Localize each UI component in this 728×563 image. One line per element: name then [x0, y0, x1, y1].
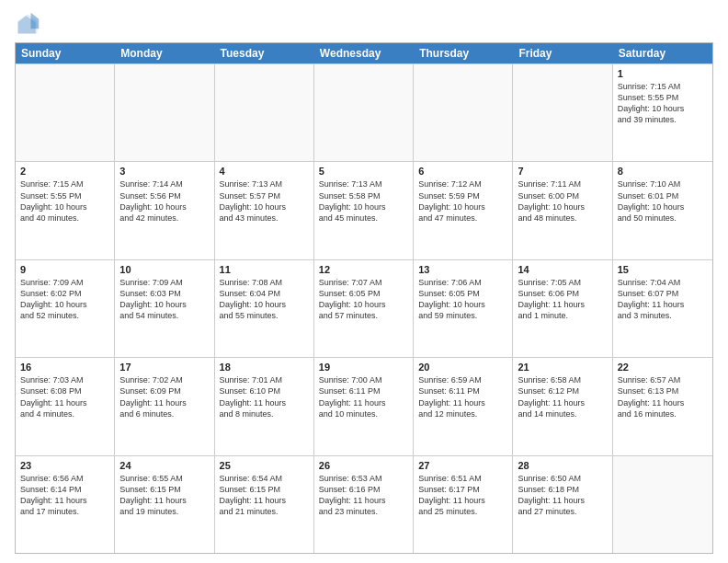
day-info: Sunrise: 7:06 AM Sunset: 6:05 PM Dayligh… [418, 277, 507, 322]
calendar-cell: 13Sunrise: 7:06 AM Sunset: 6:05 PM Dayli… [414, 260, 513, 357]
day-info: Sunrise: 7:15 AM Sunset: 5:55 PM Dayligh… [20, 178, 109, 224]
calendar-cell: 23Sunrise: 6:56 AM Sunset: 6:14 PM Dayli… [16, 456, 115, 553]
day-number: 7 [518, 166, 607, 177]
day-number: 2 [20, 166, 109, 177]
day-info: Sunrise: 6:58 AM Sunset: 6:12 PM Dayligh… [518, 374, 607, 419]
day-number: 1 [618, 68, 708, 79]
calendar-row-4: 16Sunrise: 7:03 AM Sunset: 6:08 PM Dayli… [16, 357, 712, 454]
day-info: Sunrise: 6:50 AM Sunset: 6:18 PM Dayligh… [518, 473, 607, 518]
calendar-cell: 27Sunrise: 6:51 AM Sunset: 6:17 PM Dayli… [414, 456, 513, 553]
calendar-cell: 10Sunrise: 7:09 AM Sunset: 6:03 PM Dayli… [115, 260, 214, 357]
calendar-cell: 24Sunrise: 6:55 AM Sunset: 6:15 PM Dayli… [115, 456, 214, 553]
day-number: 24 [119, 460, 209, 471]
calendar-cell [314, 64, 414, 161]
day-number: 3 [119, 166, 209, 177]
calendar-cell [16, 64, 115, 161]
calendar-cell: 4Sunrise: 7:13 AM Sunset: 5:57 PM Daylig… [215, 162, 314, 259]
calendar-cell: 16Sunrise: 7:03 AM Sunset: 6:08 PM Dayli… [16, 358, 115, 454]
calendar-cell: 21Sunrise: 6:58 AM Sunset: 6:12 PM Dayli… [513, 358, 612, 454]
day-info: Sunrise: 6:54 AM Sunset: 6:15 PM Dayligh… [220, 473, 309, 518]
day-info: Sunrise: 7:04 AM Sunset: 6:07 PM Dayligh… [618, 277, 708, 322]
day-info: Sunrise: 7:05 AM Sunset: 6:06 PM Dayligh… [518, 277, 607, 322]
day-number: 26 [319, 460, 408, 471]
day-number: 12 [319, 264, 408, 275]
calendar-row-2: 2Sunrise: 7:15 AM Sunset: 5:55 PM Daylig… [16, 161, 712, 259]
day-info: Sunrise: 7:01 AM Sunset: 6:10 PM Dayligh… [220, 374, 309, 419]
day-number: 11 [220, 264, 309, 275]
calendar-cell: 15Sunrise: 7:04 AM Sunset: 6:07 PM Dayli… [613, 260, 712, 357]
calendar-header: SundayMondayTuesdayWednesdayThursdayFrid… [16, 43, 712, 63]
day-info: Sunrise: 6:55 AM Sunset: 6:15 PM Dayligh… [119, 473, 209, 518]
calendar-row-1: 1Sunrise: 7:15 AM Sunset: 5:55 PM Daylig… [16, 63, 712, 161]
calendar-row-5: 23Sunrise: 6:56 AM Sunset: 6:14 PM Dayli… [16, 455, 712, 553]
calendar-cell: 26Sunrise: 6:53 AM Sunset: 6:16 PM Dayli… [314, 456, 414, 553]
weekday-header-tuesday: Tuesday [215, 43, 314, 63]
day-number: 4 [220, 166, 309, 177]
weekday-header-saturday: Saturday [613, 43, 712, 63]
day-info: Sunrise: 7:13 AM Sunset: 5:58 PM Dayligh… [319, 178, 408, 224]
page: SundayMondayTuesdayWednesdayThursdayFrid… [0, 0, 728, 563]
calendar-cell: 17Sunrise: 7:02 AM Sunset: 6:09 PM Dayli… [115, 358, 214, 454]
day-info: Sunrise: 7:14 AM Sunset: 5:56 PM Dayligh… [119, 178, 209, 224]
calendar-cell: 25Sunrise: 6:54 AM Sunset: 6:15 PM Dayli… [215, 456, 314, 553]
weekday-header-thursday: Thursday [414, 43, 513, 63]
calendar-cell [215, 64, 314, 161]
calendar-cell [115, 64, 214, 161]
calendar-cell: 22Sunrise: 6:57 AM Sunset: 6:13 PM Dayli… [613, 358, 712, 454]
day-number: 28 [518, 460, 607, 471]
day-info: Sunrise: 7:03 AM Sunset: 6:08 PM Dayligh… [20, 374, 109, 419]
calendar-cell [613, 456, 712, 553]
day-number: 27 [418, 460, 507, 471]
day-number: 5 [319, 166, 408, 177]
day-number: 15 [618, 264, 708, 275]
calendar-row-3: 9Sunrise: 7:09 AM Sunset: 6:02 PM Daylig… [16, 259, 712, 357]
day-number: 6 [418, 166, 507, 177]
day-number: 18 [220, 362, 309, 373]
day-number: 19 [319, 362, 408, 373]
header [15, 11, 713, 37]
day-number: 16 [20, 362, 109, 373]
calendar-cell [513, 64, 612, 161]
day-info: Sunrise: 7:13 AM Sunset: 5:57 PM Dayligh… [220, 178, 309, 224]
day-info: Sunrise: 7:07 AM Sunset: 6:05 PM Dayligh… [319, 277, 408, 322]
day-number: 9 [20, 264, 109, 275]
weekday-header-sunday: Sunday [16, 43, 115, 63]
day-number: 13 [418, 264, 507, 275]
calendar-cell: 3Sunrise: 7:14 AM Sunset: 5:56 PM Daylig… [115, 162, 214, 259]
day-info: Sunrise: 7:09 AM Sunset: 6:02 PM Dayligh… [20, 277, 109, 322]
calendar-cell: 1Sunrise: 7:15 AM Sunset: 5:55 PM Daylig… [613, 64, 712, 161]
calendar-cell: 18Sunrise: 7:01 AM Sunset: 6:10 PM Dayli… [215, 358, 314, 454]
day-number: 20 [418, 362, 507, 373]
day-info: Sunrise: 6:51 AM Sunset: 6:17 PM Dayligh… [418, 473, 507, 518]
calendar-cell: 20Sunrise: 6:59 AM Sunset: 6:11 PM Dayli… [414, 358, 513, 454]
day-info: Sunrise: 7:12 AM Sunset: 5:59 PM Dayligh… [418, 178, 507, 224]
day-number: 8 [618, 166, 708, 177]
calendar-cell: 19Sunrise: 7:00 AM Sunset: 6:11 PM Dayli… [314, 358, 414, 454]
logo [15, 11, 44, 37]
calendar-cell: 6Sunrise: 7:12 AM Sunset: 5:59 PM Daylig… [414, 162, 513, 259]
day-info: Sunrise: 6:57 AM Sunset: 6:13 PM Dayligh… [618, 374, 708, 419]
day-number: 21 [518, 362, 607, 373]
calendar-cell: 12Sunrise: 7:07 AM Sunset: 6:05 PM Dayli… [314, 260, 414, 357]
day-number: 22 [618, 362, 708, 373]
calendar-cell: 11Sunrise: 7:08 AM Sunset: 6:04 PM Dayli… [215, 260, 314, 357]
day-info: Sunrise: 7:10 AM Sunset: 6:01 PM Dayligh… [618, 178, 708, 224]
weekday-header-friday: Friday [513, 43, 612, 63]
calendar-cell: 28Sunrise: 6:50 AM Sunset: 6:18 PM Dayli… [513, 456, 612, 553]
day-info: Sunrise: 7:08 AM Sunset: 6:04 PM Dayligh… [220, 277, 309, 322]
weekday-header-monday: Monday [115, 43, 214, 63]
day-number: 17 [119, 362, 209, 373]
day-number: 14 [518, 264, 607, 275]
calendar-cell: 2Sunrise: 7:15 AM Sunset: 5:55 PM Daylig… [16, 162, 115, 259]
day-number: 10 [119, 264, 209, 275]
day-info: Sunrise: 7:09 AM Sunset: 6:03 PM Dayligh… [119, 277, 209, 322]
day-info: Sunrise: 6:53 AM Sunset: 6:16 PM Dayligh… [319, 473, 408, 518]
day-number: 25 [220, 460, 309, 471]
day-info: Sunrise: 7:11 AM Sunset: 6:00 PM Dayligh… [518, 178, 607, 224]
day-info: Sunrise: 7:00 AM Sunset: 6:11 PM Dayligh… [319, 374, 408, 419]
day-info: Sunrise: 6:59 AM Sunset: 6:11 PM Dayligh… [418, 374, 507, 419]
calendar-cell: 9Sunrise: 7:09 AM Sunset: 6:02 PM Daylig… [16, 260, 115, 357]
calendar: SundayMondayTuesdayWednesdayThursdayFrid… [15, 42, 713, 554]
day-info: Sunrise: 6:56 AM Sunset: 6:14 PM Dayligh… [20, 473, 109, 518]
calendar-body: 1Sunrise: 7:15 AM Sunset: 5:55 PM Daylig… [16, 63, 712, 553]
